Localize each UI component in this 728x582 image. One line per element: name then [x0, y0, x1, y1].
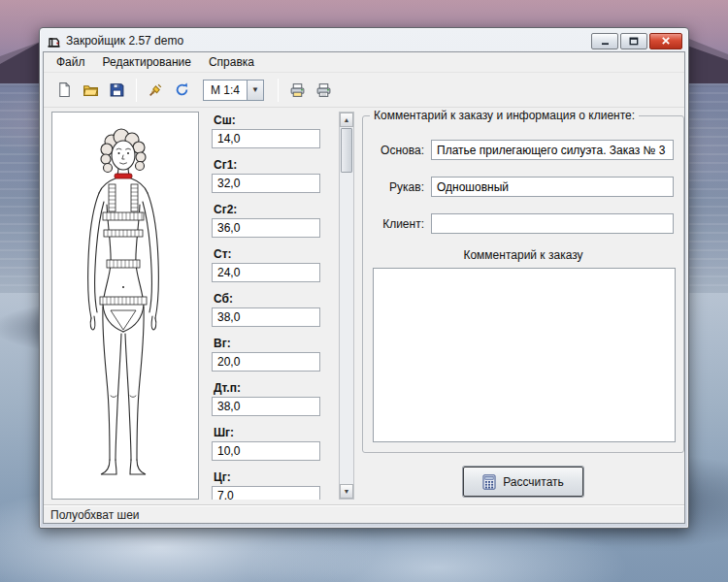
minimize-button[interactable]	[591, 33, 618, 49]
calculate-button-label: Рассчитать	[503, 475, 564, 489]
measurement-label: Цг:	[214, 470, 334, 484]
new-document-icon	[56, 81, 73, 98]
toolbar: М 1:4 ▼	[44, 73, 684, 108]
measurement-input[interactable]	[212, 352, 320, 372]
scrollbar-thumb[interactable]	[341, 128, 352, 173]
order-row: Рукав:	[369, 177, 674, 197]
desktop-background: Закройщик 2.57 demo Файл Редактирование …	[0, 0, 728, 582]
open-folder-icon	[83, 81, 99, 98]
recalculate-button[interactable]	[169, 77, 195, 103]
base-input[interactable]	[431, 140, 674, 160]
menu-bar: Файл Редактирование Справка	[44, 52, 684, 73]
status-text: Полуобхват шеи	[50, 508, 140, 522]
window-title: Закройщик 2.57 demo	[66, 34, 183, 48]
order-panel: Комментарий к заказу и информация о клие…	[362, 108, 685, 504]
scroll-down-button[interactable]: ▼	[340, 484, 353, 499]
scroll-down-icon: ▼	[344, 488, 350, 495]
measurement-label: Сш:	[214, 113, 334, 127]
measurement-input[interactable]	[212, 441, 320, 461]
print-patterns-icon	[289, 81, 306, 98]
printer-icon	[315, 81, 332, 98]
refresh-icon	[174, 81, 190, 98]
clear-measurements-button[interactable]	[143, 77, 169, 103]
calculate-button[interactable]: Рассчитать	[463, 467, 583, 497]
toolbar-separator	[278, 79, 279, 102]
order-group-title: Комментарий к заказу и информация о клие…	[370, 109, 639, 122]
scale-dropdown-button[interactable]: ▼	[247, 81, 263, 100]
toolbar-separator	[136, 79, 137, 102]
new-order-button[interactable]	[51, 77, 78, 103]
close-button[interactable]	[649, 33, 682, 49]
measurement-label: Шг:	[214, 426, 334, 439]
measurement-label: Сб:	[214, 292, 334, 306]
figure-panel	[51, 112, 199, 500]
client-label: Клиент:	[369, 217, 431, 231]
measurement-input[interactable]	[212, 486, 320, 500]
menu-help[interactable]: Справка	[200, 53, 263, 72]
measurement-label: Дт.п:	[214, 381, 334, 395]
app-window: Закройщик 2.57 demo Файл Редактирование …	[39, 27, 689, 529]
order-groupbox: Комментарий к заказу и информация о клие…	[362, 115, 684, 453]
maximize-button[interactable]	[620, 33, 647, 49]
print-patterns-button[interactable]	[284, 77, 311, 103]
measurement-input[interactable]	[212, 129, 320, 148]
measurement-input[interactable]	[212, 397, 320, 416]
order-row: Основа:	[369, 140, 674, 160]
brush-icon	[148, 81, 164, 98]
calculator-icon	[482, 474, 496, 490]
menu-edit[interactable]: Редактирование	[94, 53, 200, 72]
comment-textarea[interactable]	[373, 268, 676, 442]
status-bar: Полуобхват шеи	[44, 504, 684, 524]
titlebar[interactable]: Закройщик 2.57 demo	[43, 30, 685, 51]
scale-value: М 1:4	[204, 81, 247, 100]
close-icon	[661, 36, 671, 46]
window-client-area: Файл Редактирование Справка	[43, 51, 685, 524]
measurement-input[interactable]	[212, 307, 320, 327]
menu-file[interactable]: Файл	[48, 53, 94, 72]
measurement-label: Вг:	[214, 337, 334, 350]
order-row: Клиент:	[369, 213, 674, 234]
measurements-panel: Сш: Сг1: Сг2: Ст: Сб: Вг: Дт.п:	[207, 112, 354, 500]
measurement-input[interactable]	[212, 174, 320, 193]
base-label: Основа:	[369, 144, 431, 157]
save-order-button[interactable]	[104, 77, 130, 103]
open-order-button[interactable]	[78, 77, 104, 103]
maximize-icon	[629, 37, 639, 46]
scroll-up-button[interactable]: ▲	[340, 113, 353, 127]
save-floppy-icon	[109, 81, 125, 98]
scroll-up-icon: ▲	[344, 116, 350, 123]
measurement-input[interactable]	[212, 263, 320, 282]
comment-label: Комментарий к заказу	[363, 248, 683, 262]
measurement-input[interactable]	[212, 218, 320, 238]
measurement-label: Ст:	[214, 247, 334, 261]
chevron-down-icon: ▼	[251, 85, 259, 94]
measurement-label: Сг2:	[214, 203, 334, 216]
female-figure-illustration	[52, 113, 198, 497]
client-input[interactable]	[431, 213, 674, 234]
measurements-scrollbar[interactable]: ▲ ▼	[339, 112, 354, 500]
sleeve-label: Рукав:	[369, 180, 431, 194]
minimize-icon	[601, 37, 610, 46]
window-controls	[591, 33, 682, 49]
sleeve-input[interactable]	[431, 177, 674, 197]
scale-select[interactable]: М 1:4 ▼	[203, 80, 264, 101]
print-button[interactable]	[311, 77, 337, 103]
measurement-label: Сг1:	[214, 158, 334, 172]
measurements-list: Сш: Сг1: Сг2: Ст: Сб: Вг: Дт.п:	[212, 113, 334, 500]
app-icon	[46, 33, 61, 48]
main-content: Сш: Сг1: Сг2: Ст: Сб: Вг: Дт.п:	[44, 108, 684, 504]
